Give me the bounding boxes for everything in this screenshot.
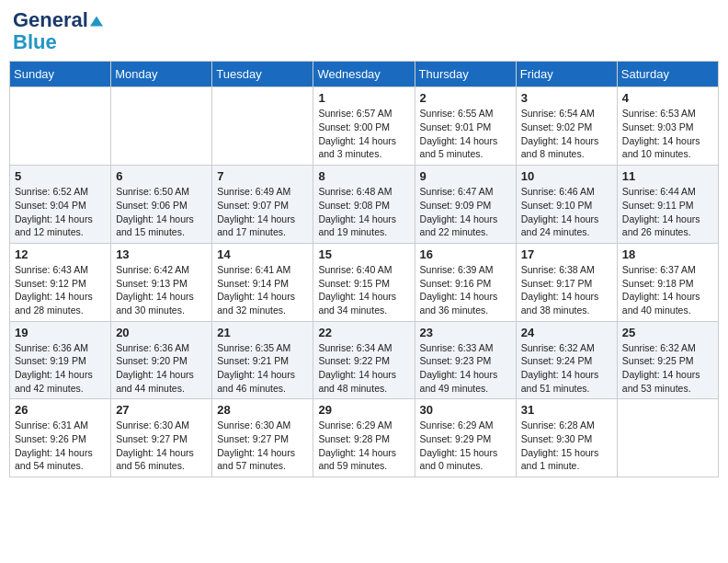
logo-area: GeneralBlue [13,9,103,53]
day-number: 18 [622,247,713,261]
day-info: Sunrise: 6:29 AM Sunset: 9:28 PM Dayligh… [318,419,409,473]
calendar-cell: 18Sunrise: 6:37 AM Sunset: 9:18 PM Dayli… [617,243,718,321]
calendar-cell: 12Sunrise: 6:43 AM Sunset: 9:12 PM Dayli… [10,243,111,321]
day-of-week-tuesday: Tuesday [212,62,313,87]
day-info: Sunrise: 6:48 AM Sunset: 9:08 PM Dayligh… [318,185,409,239]
day-info: Sunrise: 6:33 AM Sunset: 9:23 PM Dayligh… [420,341,511,396]
day-info: Sunrise: 6:36 AM Sunset: 9:19 PM Dayligh… [15,341,106,396]
calendar-cell: 15Sunrise: 6:40 AM Sunset: 9:15 PM Dayli… [313,243,415,321]
calendar-cell: 20Sunrise: 6:36 AM Sunset: 9:20 PM Dayli… [111,321,212,399]
day-info: Sunrise: 6:29 AM Sunset: 9:29 PM Dayligh… [420,419,511,473]
day-number: 22 [318,326,409,339]
calendar-cell: 3Sunrise: 6:54 AM Sunset: 9:02 PM Daylig… [516,87,617,166]
calendar-cell: 25Sunrise: 6:32 AM Sunset: 9:25 PM Dayli… [617,321,718,399]
calendar-cell: 28Sunrise: 6:30 AM Sunset: 9:27 PM Dayli… [212,399,313,477]
calendar-cell: 10Sunrise: 6:46 AM Sunset: 9:10 PM Dayli… [516,166,617,244]
header: GeneralBlue [9,9,719,53]
svg-marker-0 [90,17,103,27]
day-info: Sunrise: 6:46 AM Sunset: 9:10 PM Dayligh… [521,185,612,239]
day-info: Sunrise: 6:28 AM Sunset: 9:30 PM Dayligh… [521,419,612,473]
day-number: 17 [521,247,612,261]
day-number: 14 [217,247,308,261]
calendar-cell: 1Sunrise: 6:57 AM Sunset: 9:00 PM Daylig… [313,87,415,166]
day-number: 27 [116,403,207,417]
day-info: Sunrise: 6:36 AM Sunset: 9:20 PM Dayligh… [116,341,207,396]
day-info: Sunrise: 6:31 AM Sunset: 9:26 PM Dayligh… [15,419,106,473]
day-info: Sunrise: 6:34 AM Sunset: 9:22 PM Dayligh… [318,341,409,396]
calendar-cell: 23Sunrise: 6:33 AM Sunset: 9:23 PM Dayli… [415,321,516,399]
day-number: 23 [420,326,511,339]
day-info: Sunrise: 6:53 AM Sunset: 9:03 PM Dayligh… [622,107,713,161]
day-info: Sunrise: 6:32 AM Sunset: 9:24 PM Dayligh… [521,341,612,396]
day-number: 10 [521,169,612,183]
day-number: 3 [521,91,612,105]
calendar-cell: 29Sunrise: 6:29 AM Sunset: 9:28 PM Dayli… [313,399,415,477]
day-number: 4 [622,91,713,105]
day-number: 26 [15,403,106,417]
day-of-week-thursday: Thursday [415,62,516,87]
day-number: 21 [217,326,308,339]
day-info: Sunrise: 6:43 AM Sunset: 9:12 PM Dayligh… [15,263,106,317]
calendar-cell: 21Sunrise: 6:35 AM Sunset: 9:21 PM Dayli… [212,321,313,399]
day-info: Sunrise: 6:38 AM Sunset: 9:17 PM Dayligh… [521,263,612,317]
week-row-4: 19Sunrise: 6:36 AM Sunset: 9:19 PM Dayli… [10,321,719,399]
day-number: 1 [318,91,409,105]
day-number: 6 [116,169,207,183]
calendar-cell [10,87,111,166]
day-info: Sunrise: 6:39 AM Sunset: 9:16 PM Dayligh… [420,263,511,317]
calendar-cell: 26Sunrise: 6:31 AM Sunset: 9:26 PM Dayli… [10,399,111,477]
day-of-week-friday: Friday [516,62,617,87]
day-info: Sunrise: 6:32 AM Sunset: 9:25 PM Dayligh… [622,341,713,396]
day-number: 2 [420,91,511,105]
day-info: Sunrise: 6:41 AM Sunset: 9:14 PM Dayligh… [217,263,308,317]
calendar-cell: 9Sunrise: 6:47 AM Sunset: 9:09 PM Daylig… [415,166,516,244]
day-info: Sunrise: 6:40 AM Sunset: 9:15 PM Dayligh… [318,263,409,317]
day-of-week-saturday: Saturday [617,62,718,87]
day-number: 13 [116,247,207,261]
calendar-body: 1Sunrise: 6:57 AM Sunset: 9:00 PM Daylig… [10,87,719,477]
week-row-1: 1Sunrise: 6:57 AM Sunset: 9:00 PM Daylig… [10,87,719,166]
calendar-cell: 30Sunrise: 6:29 AM Sunset: 9:29 PM Dayli… [415,399,516,477]
calendar-cell: 4Sunrise: 6:53 AM Sunset: 9:03 PM Daylig… [617,87,718,166]
day-info: Sunrise: 6:50 AM Sunset: 9:06 PM Dayligh… [116,185,207,239]
day-number: 20 [116,326,207,339]
calendar-table: SundayMondayTuesdayWednesdayThursdayFrid… [9,61,719,477]
calendar-cell: 17Sunrise: 6:38 AM Sunset: 9:17 PM Dayli… [516,243,617,321]
calendar-cell: 31Sunrise: 6:28 AM Sunset: 9:30 PM Dayli… [516,399,617,477]
day-number: 28 [217,403,308,417]
day-number: 15 [318,247,409,261]
day-info: Sunrise: 6:30 AM Sunset: 9:27 PM Dayligh… [116,419,207,473]
day-info: Sunrise: 6:37 AM Sunset: 9:18 PM Dayligh… [622,263,713,317]
week-row-2: 5Sunrise: 6:52 AM Sunset: 9:04 PM Daylig… [10,166,719,244]
calendar-cell: 7Sunrise: 6:49 AM Sunset: 9:07 PM Daylig… [212,166,313,244]
calendar-cell [617,399,718,477]
day-info: Sunrise: 6:49 AM Sunset: 9:07 PM Dayligh… [217,185,308,239]
day-info: Sunrise: 6:42 AM Sunset: 9:13 PM Dayligh… [116,263,207,317]
day-number: 31 [521,403,612,417]
day-number: 12 [15,247,106,261]
day-number: 11 [622,169,713,183]
day-number: 7 [217,169,308,183]
calendar-cell: 11Sunrise: 6:44 AM Sunset: 9:11 PM Dayli… [617,166,718,244]
day-number: 25 [622,326,713,339]
day-info: Sunrise: 6:47 AM Sunset: 9:09 PM Dayligh… [420,185,511,239]
day-info: Sunrise: 6:52 AM Sunset: 9:04 PM Dayligh… [15,185,106,239]
logo: GeneralBlue [13,9,103,53]
calendar-cell: 19Sunrise: 6:36 AM Sunset: 9:19 PM Dayli… [10,321,111,399]
calendar-cell: 24Sunrise: 6:32 AM Sunset: 9:24 PM Dayli… [516,321,617,399]
calendar-cell [111,87,212,166]
day-number: 24 [521,326,612,339]
day-info: Sunrise: 6:54 AM Sunset: 9:02 PM Dayligh… [521,107,612,161]
day-info: Sunrise: 6:57 AM Sunset: 9:00 PM Dayligh… [318,107,409,161]
day-info: Sunrise: 6:44 AM Sunset: 9:11 PM Dayligh… [622,185,713,239]
calendar-cell: 16Sunrise: 6:39 AM Sunset: 9:16 PM Dayli… [415,243,516,321]
calendar-cell: 8Sunrise: 6:48 AM Sunset: 9:08 PM Daylig… [313,166,415,244]
calendar-cell: 27Sunrise: 6:30 AM Sunset: 9:27 PM Dayli… [111,399,212,477]
day-number: 16 [420,247,511,261]
day-number: 30 [420,403,511,417]
day-number: 9 [420,169,511,183]
day-of-week-sunday: Sunday [10,62,111,87]
day-number: 8 [318,169,409,183]
calendar-cell: 2Sunrise: 6:55 AM Sunset: 9:01 PM Daylig… [415,87,516,166]
calendar-header-row: SundayMondayTuesdayWednesdayThursdayFrid… [10,62,719,87]
